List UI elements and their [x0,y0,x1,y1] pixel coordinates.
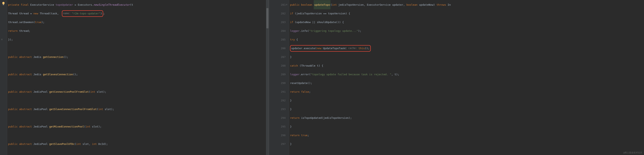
code-line[interactable]: private final ExecutorService topoUpdate… [8,0,269,9]
highlight-box: name: "r2m-topo-updater") [62,10,103,17]
code-line[interactable]: public abstract Jedis getSlavesConnectio… [8,70,269,79]
svg-rect-0 [3,5,4,5]
code-line[interactable]: thread.setDaemon(true); [8,18,269,26]
scroll-thumb-left[interactable] [266,8,268,28]
code-line[interactable]: } [290,96,644,105]
code-line[interactable]: }); [8,35,269,44]
code-token: ExecutorService [30,0,56,9]
line-number: 290 [269,79,286,88]
code-line[interactable]: public abstract JedisPool getSlaveConnec… [8,105,269,114]
code-token: logger [290,26,300,35]
scrollbar-left[interactable] [266,0,269,155]
code-line[interactable]: public abstract Jedis getConnection(); [8,52,269,61]
code-token: throws [436,0,448,9]
code-token: resetUpdate(); [290,79,312,88]
code-token: public abstract [8,105,33,114]
code-line[interactable]: } [290,105,644,114]
code-line[interactable] [8,131,269,140]
code-line[interactable]: return false; [290,88,644,96]
code-line[interactable] [8,79,269,88]
code-token: ( [330,0,332,9]
code-token: isTopoUpdated(jedisTopoVersion); [301,114,352,122]
code-token: int [98,105,104,114]
code-token: Thread [8,9,19,18]
code-token: logger [290,70,300,79]
line-number: 282 [269,9,286,18]
editor-pane-right[interactable]: 2812822832842852862872882892902912922932… [269,0,644,155]
fold-handle-icon[interactable]: ⊟ [1,38,3,41]
watermark: @稀土掘金技术社区 [623,151,642,154]
code-token: ; [103,9,105,18]
code-token: return [290,114,301,122]
code-line[interactable]: public boolean updateTopo(int jedisTopoV… [290,0,644,9]
code-line[interactable]: } [290,140,644,148]
code-line[interactable] [8,96,269,105]
code-token: true [35,18,41,26]
code-token: JedisPool [33,122,49,131]
code-token: .info( [300,26,309,35]
intention-bulb-icon[interactable] [2,2,5,5]
code-line[interactable]: } [290,52,644,61]
code-line[interactable]: public abstract JedisPool getSlavePoolOf… [8,140,269,148]
code-token: getSlaveConnectionPoolFromSlot [49,105,97,114]
code-token: name: [63,9,72,18]
code-token: In [448,0,451,9]
code-token: int [86,122,92,131]
code-token: } [290,96,292,105]
code-token: this [358,44,365,52]
code-token: topoUpdater [56,0,73,9]
code-token: ( [97,105,98,114]
code-token: ) [100,9,102,18]
code-token: new [316,44,323,52]
code-token: )); [365,44,370,52]
code-token: getConnectionPoolFromSlot [49,88,89,96]
code-token: public boolean [290,0,314,9]
code-token: int [90,88,97,96]
code-token: public abstract [8,122,33,131]
code-line[interactable] [8,44,269,52]
code-line[interactable]: return thread; [8,26,269,35]
code-token: if [290,18,295,26]
code-token: getSlavePoolOfDc [49,140,75,148]
code-token: JedisPool [33,88,49,96]
code-line[interactable]: return true; [290,131,644,140]
code-area-right[interactable]: public boolean updateTopo(int jedisTopoV… [290,0,644,148]
code-token: UpdateTopoTask( [323,44,348,52]
code-line[interactable]: try { [290,35,644,44]
code-line[interactable]: public abstract JedisPool getConnectionP… [8,88,269,96]
code-line[interactable]: if (jedisTopoVersion == topoVersion) { [290,9,644,18]
code-token: private final [8,0,30,9]
code-line[interactable]: Thread thread = new Thread(task, name: "… [8,9,269,18]
code-token: getConnection [43,52,64,61]
fold-handle-icon[interactable]: ⊟ [286,3,288,6]
editor-pane-left[interactable]: private final ExecutorService topoUpdate… [0,0,269,155]
code-line[interactable]: if (updateNow || shouldUpdate()) { [290,18,644,26]
code-token: (Throwable t) { [300,61,323,70]
code-line[interactable]: updater.execute(new UpdateTopoTask( cach… [290,44,644,52]
code-area-left[interactable]: private final ExecutorService topoUpdate… [8,0,269,148]
code-token: "topology update failed because task is … [311,70,392,79]
code-line[interactable]: } [290,122,644,131]
code-token: "triggering topology update..." [309,26,358,35]
code-token: updateTopo [314,0,330,9]
code-line[interactable]: public abstract JedisPool getMixedConnec… [8,122,269,131]
code-token: DcId); [98,140,108,148]
line-number: 285 [269,35,286,44]
code-token: Jedis [33,52,43,61]
code-line[interactable]: catch (Throwable t) { [290,61,644,70]
code-token: ( [75,140,76,148]
code-token: thread = [19,9,33,18]
code-line[interactable] [8,114,269,122]
code-token: Thread(task, [40,9,62,18]
code-token: ); [41,18,44,26]
code-token: "r2m-topo-updater" [72,9,100,18]
code-line[interactable]: logger.info("triggering topology update.… [290,26,644,35]
code-line[interactable]: logger.error("topology update failed bec… [290,70,644,79]
line-number: 293 [269,105,286,114]
code-line[interactable]: return isTopoUpdated(jedisTopoVersion); [290,114,644,122]
code-line[interactable]: resetUpdate(); [290,79,644,88]
code-token: updater.execute( [291,44,316,52]
line-number: 295 [269,122,286,131]
code-line[interactable] [8,61,269,70]
code-token: }); [8,35,13,44]
